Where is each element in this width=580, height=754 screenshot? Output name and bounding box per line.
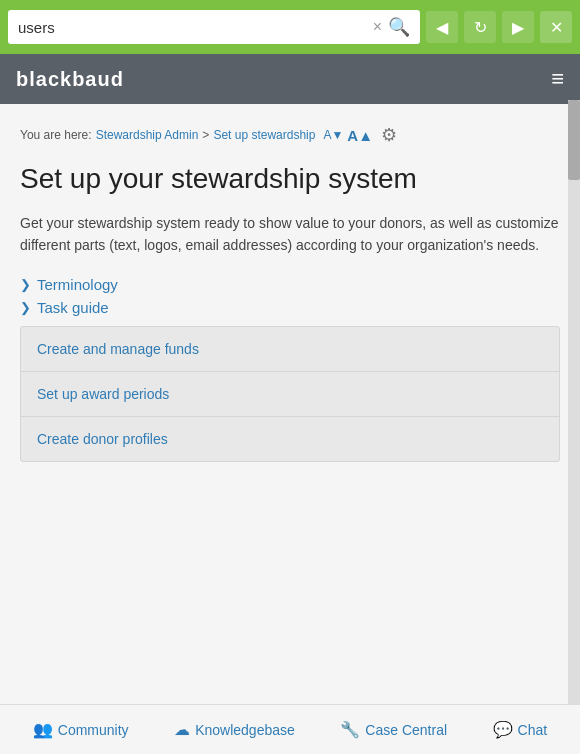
terminology-collapsible: ❯ Terminology (20, 276, 560, 293)
breadcrumb-parent-link[interactable]: Stewardship Admin (96, 128, 199, 142)
header-bar: blackbaud ≡ (0, 54, 580, 104)
back-button[interactable]: ◀ (426, 11, 458, 43)
footer-knowledgebase-label: Knowledgebase (195, 722, 295, 738)
search-icon: 🔍 (388, 16, 410, 38)
search-input[interactable] (18, 19, 367, 36)
settings-button[interactable]: ⚙ (381, 124, 397, 146)
terminology-link[interactable]: Terminology (37, 276, 118, 293)
scrollbar-track (568, 100, 580, 704)
chat-icon: 💬 (493, 720, 513, 739)
footer-knowledgebase[interactable]: ☁ Knowledgebase (174, 720, 295, 739)
footer-bar: 👥 Community ☁ Knowledgebase 🔧 Case Centr… (0, 704, 580, 754)
footer-chat-label: Chat (518, 722, 548, 738)
font-increase-button[interactable]: A▲ (347, 127, 373, 144)
menu-icon[interactable]: ≡ (551, 66, 564, 92)
refresh-button[interactable]: ↻ (464, 11, 496, 43)
forward-button[interactable]: ▶ (502, 11, 534, 43)
clear-icon[interactable]: × (373, 19, 382, 35)
font-size-controls: A▼ A▲ (323, 127, 373, 144)
font-decrease-button[interactable]: A▼ (323, 128, 343, 142)
content-area: You are here: Stewardship Admin > Set up… (0, 104, 580, 708)
close-button[interactable]: ✕ (540, 11, 572, 43)
task-guide-collapsible: ❯ Task guide (20, 299, 560, 316)
task-guide-item-award-periods[interactable]: Set up award periods (21, 372, 559, 417)
page-title: Set up your stewardship system (20, 162, 560, 196)
search-input-wrapper: × 🔍 (8, 10, 420, 44)
breadcrumb-current: Set up stewardship (213, 128, 315, 142)
page-description: Get your stewardship system ready to sho… (20, 212, 560, 257)
task-guide-link[interactable]: Task guide (37, 299, 109, 316)
case-central-icon: 🔧 (340, 720, 360, 739)
scrollbar-thumb[interactable] (568, 100, 580, 180)
footer-case-central[interactable]: 🔧 Case Central (340, 720, 447, 739)
footer-case-central-label: Case Central (365, 722, 447, 738)
footer-community-label: Community (58, 722, 129, 738)
task-guide-item-funds[interactable]: Create and manage funds (21, 327, 559, 372)
knowledgebase-icon: ☁ (174, 720, 190, 739)
logo: blackbaud (16, 68, 124, 91)
task-guide-box: Create and manage funds Set up award per… (20, 326, 560, 462)
breadcrumb-tools: A▼ A▲ ⚙ (323, 124, 397, 146)
breadcrumb-separator: > (202, 128, 209, 142)
search-bar: × 🔍 ◀ ↻ ▶ ✕ (0, 0, 580, 54)
task-guide-item-donor-profiles[interactable]: Create donor profiles (21, 417, 559, 461)
breadcrumb: You are here: Stewardship Admin > Set up… (20, 124, 560, 146)
task-guide-arrow: ❯ (20, 300, 31, 315)
terminology-arrow: ❯ (20, 277, 31, 292)
footer-chat[interactable]: 💬 Chat (493, 720, 548, 739)
footer-community[interactable]: 👥 Community (33, 720, 129, 739)
community-icon: 👥 (33, 720, 53, 739)
breadcrumb-prefix: You are here: (20, 128, 92, 142)
